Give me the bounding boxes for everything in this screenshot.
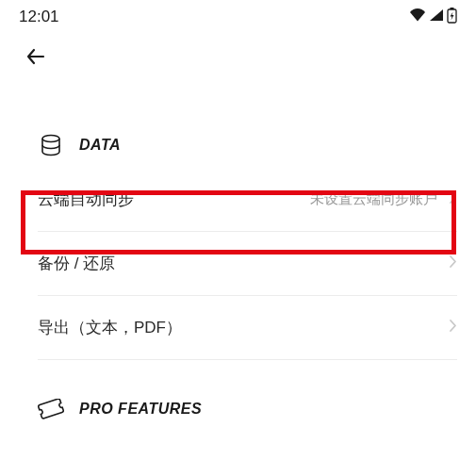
- battery-icon: [447, 8, 457, 27]
- list-item-value: 未设置云端同步账户: [310, 190, 437, 208]
- list-item-export[interactable]: 导出（文本，PDF）: [0, 296, 476, 359]
- list-item-label: 导出（文本，PDF）: [38, 317, 182, 338]
- database-icon: [38, 132, 64, 158]
- status-bar: 12:01: [0, 0, 476, 30]
- list-item-label: 备份 / 还原: [38, 253, 115, 274]
- cell-signal-icon: [429, 8, 444, 25]
- list-item-label: 云端自动同步: [38, 189, 134, 210]
- section-title: DATA: [79, 137, 121, 154]
- wifi-icon: [409, 8, 426, 25]
- section-title: PRO FEATURES: [79, 401, 202, 418]
- status-icons: [409, 8, 457, 27]
- back-button[interactable]: [23, 43, 49, 70]
- svg-point-2: [42, 136, 59, 142]
- ticket-icon: [38, 396, 64, 422]
- status-time: 12:01: [19, 8, 59, 26]
- list-item-cloud-sync[interactable]: 云端自动同步 未设置云端同步账户: [0, 168, 476, 231]
- section-pro: PRO FEATURES: [0, 388, 476, 432]
- chevron-right-icon: [449, 319, 457, 336]
- toolbar: [0, 30, 476, 81]
- section-data: DATA 云端自动同步 未设置云端同步账户 备份 / 还原 导出（文本，PDF）: [0, 124, 476, 360]
- arrow-left-icon: [25, 45, 47, 68]
- section-header-data: DATA: [0, 124, 476, 168]
- list-item-backup-restore[interactable]: 备份 / 还原: [0, 232, 476, 295]
- chevron-right-icon: [449, 190, 457, 208]
- divider: [38, 359, 457, 360]
- section-header-pro: PRO FEATURES: [0, 388, 476, 432]
- chevron-right-icon: [449, 254, 457, 272]
